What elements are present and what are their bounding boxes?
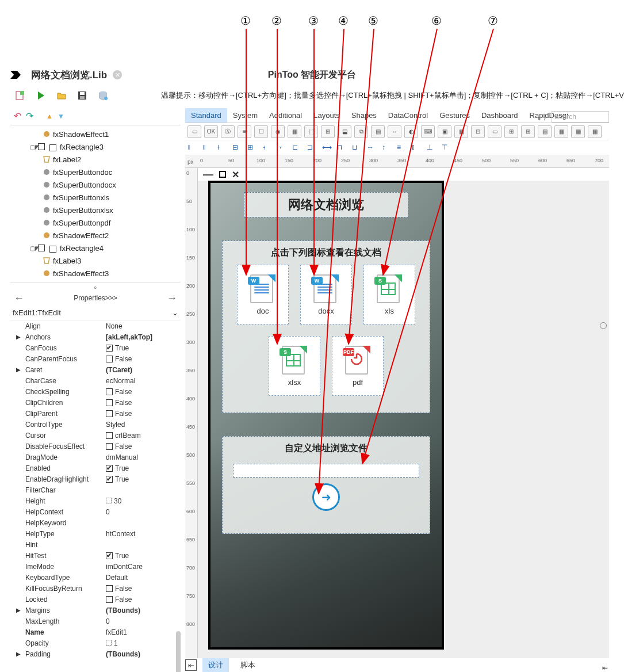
selected-component-row[interactable]: fxEdit1:TfxEdit ⌄ — [10, 306, 181, 320]
property-row[interactable]: CheckSpellingFalse — [10, 386, 181, 397]
property-row[interactable]: ▶Margins(TBounds) — [10, 605, 181, 616]
property-row[interactable]: DragModedmManual — [10, 452, 181, 463]
property-value[interactable]: crIBeam — [106, 432, 181, 440]
open-folder-icon[interactable] — [56, 90, 67, 101]
property-value[interactable]: False — [106, 585, 181, 593]
tree-item[interactable]: ▢◤fxRectangle4 — [14, 242, 181, 254]
palette-component[interactable]: ▤ — [538, 125, 552, 138]
icon-grid-panel[interactable]: 点击下列图标查看在线文档 WdocWdocxSxlsSxlsxPDFpdf — [222, 240, 430, 413]
component-tab[interactable]: Standard — [185, 108, 227, 123]
property-value[interactable]: (TCaret) — [106, 366, 181, 374]
collapse-right-icon[interactable]: ⇤ — [602, 664, 608, 672]
property-value[interactable]: htContext — [106, 530, 181, 538]
file-type-card-pdf[interactable]: PDFpdf — [332, 336, 384, 396]
property-row[interactable]: ControlTypeStyled — [10, 419, 181, 430]
tree-item[interactable]: fxSuperButtonxls — [14, 191, 181, 204]
property-row[interactable]: EnabledTrue — [10, 463, 181, 474]
tab-next-icon[interactable]: › — [543, 114, 546, 123]
property-value[interactable]: False — [106, 399, 181, 407]
tab-design[interactable]: 设计 — [202, 658, 229, 672]
redo-icon[interactable]: ↷ — [26, 110, 33, 121]
custom-url-panel[interactable]: 自定义地址浏览文件 ➜ — [222, 436, 430, 534]
prev-arrow-icon[interactable]: ← — [14, 292, 24, 304]
palette-component[interactable]: ◉ — [271, 125, 285, 138]
tree-item[interactable]: fxShadowEffect3 — [14, 267, 181, 280]
palette-component[interactable]: ⬓ — [338, 125, 351, 138]
property-value[interactable]: None — [106, 322, 181, 330]
palette-component[interactable]: ⊡ — [471, 125, 485, 138]
undo-icon[interactable]: ↶ — [14, 110, 21, 121]
align-tool[interactable]: ⊏ — [292, 143, 301, 152]
save-icon[interactable] — [77, 90, 87, 101]
go-button[interactable]: ➜ — [312, 483, 340, 511]
property-value[interactable]: True — [106, 464, 181, 472]
palette-component[interactable]: ▦ — [454, 125, 468, 138]
scrollbar-thumb[interactable] — [176, 631, 181, 672]
palette-component[interactable]: Ⓐ — [221, 125, 235, 138]
palette-component[interactable]: ▦ — [588, 125, 602, 138]
property-row[interactable]: ClipChildrenFalse — [10, 397, 181, 408]
property-value[interactable]: False — [106, 388, 181, 396]
side-handle-icon[interactable] — [600, 322, 607, 329]
align-tool[interactable]: ↕ — [382, 143, 391, 152]
component-tab[interactable]: Gestures — [434, 108, 476, 123]
align-tool[interactable]: ⊞ — [247, 143, 257, 152]
property-value[interactable]: 30 — [106, 497, 181, 505]
property-value[interactable]: [akLeft,akTop] — [106, 333, 181, 341]
move-up-icon[interactable]: ▲ — [46, 112, 53, 120]
align-tool[interactable]: ⊟ — [232, 143, 242, 152]
property-row[interactable]: ▶Anchors[akLeft,akTop] — [10, 331, 181, 342]
component-tree[interactable]: fxShadowEffect1▢◤fxRectangle3fxLabel2fxS… — [10, 127, 181, 281]
file-type-card-doc[interactable]: Wdoc — [237, 265, 289, 324]
property-value[interactable]: False — [106, 355, 181, 363]
property-row[interactable]: FilterChar — [10, 484, 181, 495]
property-row[interactable]: ClipParentFalse — [10, 408, 181, 419]
palette-component[interactable]: ◐ — [404, 125, 418, 138]
property-row[interactable]: CanFocusTrue — [10, 342, 181, 353]
property-value[interactable]: fxEdit1 — [106, 628, 181, 636]
align-tool[interactable]: ⊓ — [337, 143, 346, 152]
tree-item[interactable]: fxShadowEffect1 — [14, 128, 181, 140]
align-tool[interactable]: ⫲ — [217, 143, 227, 152]
tree-item[interactable]: fxLabel2 — [14, 153, 181, 166]
palette-component[interactable]: ⧉ — [354, 125, 368, 138]
align-tool[interactable]: ⊥ — [427, 143, 436, 152]
property-row[interactable]: HitTestTrue — [10, 550, 181, 561]
component-tab[interactable]: DataControl — [382, 108, 434, 123]
align-tool[interactable]: ⟷ — [322, 143, 331, 152]
align-tool[interactable]: ≡ — [397, 143, 406, 152]
align-tool[interactable]: ↔ — [367, 143, 376, 152]
palette-component[interactable]: ⊞ — [521, 125, 535, 138]
property-row[interactable]: MaxLength0 — [10, 616, 181, 627]
palette-component[interactable]: ▦ — [288, 125, 301, 138]
property-row[interactable]: NamefxEdit1 — [10, 627, 181, 637]
tree-item[interactable]: fxShadowEffect2 — [14, 229, 181, 242]
property-row[interactable]: HelpKeyword — [10, 517, 181, 528]
palette-component[interactable]: ▦ — [571, 125, 585, 138]
align-tool[interactable]: ⊤ — [442, 143, 451, 152]
move-down-icon[interactable]: ▼ — [58, 112, 64, 120]
property-value[interactable]: 0 — [106, 508, 181, 516]
property-value[interactable]: True — [106, 552, 181, 560]
collapse-left-icon[interactable]: ⇤ — [185, 659, 197, 671]
palette-component[interactable]: ⊞ — [504, 125, 518, 138]
property-row[interactable]: DisableFocusEffectFalse — [10, 441, 181, 452]
component-search-input[interactable]: Search — [552, 111, 609, 123]
property-row[interactable]: CharCaseecNormal — [10, 375, 181, 386]
property-value[interactable]: True — [106, 475, 181, 483]
file-type-card-docx[interactable]: Wdocx — [300, 265, 352, 324]
tab-script[interactable]: 脚本 — [235, 658, 261, 672]
app-title-panel[interactable]: 网络文档浏览 — [244, 192, 408, 217]
property-row[interactable]: AlignNone — [10, 320, 181, 331]
palette-component[interactable]: ⌨ — [421, 125, 435, 138]
property-value[interactable]: False — [106, 442, 181, 450]
align-tool[interactable]: ⫞ — [262, 143, 271, 152]
property-row[interactable]: CanParentFocusFalse — [10, 353, 181, 364]
palette-component[interactable]: ▤ — [371, 125, 385, 138]
file-type-card-xls[interactable]: Sxls — [363, 265, 415, 324]
palette-component[interactable]: ▦ — [554, 125, 568, 138]
component-tab[interactable]: System — [227, 108, 263, 123]
component-tab[interactable]: Layouts — [308, 108, 346, 123]
tree-item[interactable]: fxLabel3 — [14, 254, 181, 267]
align-tool[interactable]: ⊐ — [307, 143, 316, 152]
